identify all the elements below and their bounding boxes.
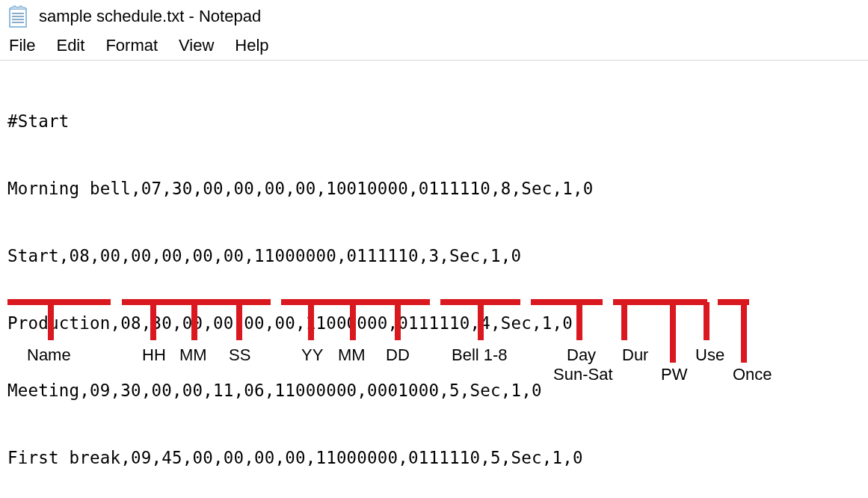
text-line: Start,08,00,00,00,00,00,11000000,0111110…	[7, 245, 861, 267]
notepad-icon	[7, 4, 28, 28]
menu-edit[interactable]: Edit	[56, 36, 84, 55]
menu-file[interactable]: File	[9, 36, 35, 55]
menu-bar: File Edit Format View Help	[0, 30, 868, 61]
menu-format[interactable]: Format	[105, 36, 158, 55]
window-title: sample schedule.txt - Notepad	[39, 7, 261, 26]
text-line: First break,09,45,00,00,00,00,11000000,0…	[7, 446, 861, 469]
text-line: Production,08,30,00,00,00,00,11000000,01…	[7, 312, 861, 334]
window-titlebar: sample schedule.txt - Notepad	[0, 0, 868, 30]
text-line: Morning bell,07,30,00,00,00,00,10010000,…	[7, 177, 861, 200]
text-line: #Start	[7, 110, 861, 132]
text-line: Meeting,09,30,00,00,11,06,11000000,00010…	[7, 379, 861, 402]
text-editor[interactable]: #Start Morning bell,07,30,00,00,00,00,10…	[0, 61, 868, 498]
svg-rect-0	[10, 9, 26, 27]
menu-help[interactable]: Help	[235, 36, 268, 55]
menu-view[interactable]: View	[179, 36, 214, 55]
